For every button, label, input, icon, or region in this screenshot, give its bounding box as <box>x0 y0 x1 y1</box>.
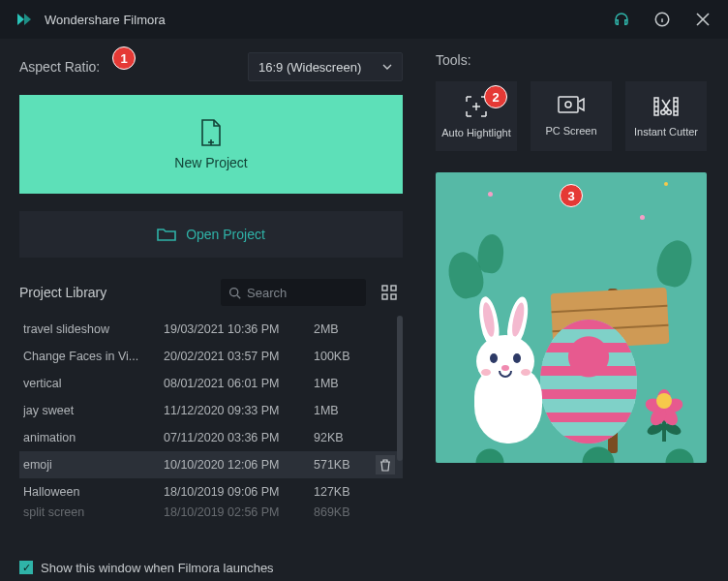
aspect-ratio-dropdown[interactable]: 16:9 (Widescreen) <box>248 52 403 81</box>
svg-line-8 <box>237 294 240 297</box>
scroll-thumb[interactable] <box>397 316 403 461</box>
folder-icon <box>157 227 176 242</box>
svg-rect-15 <box>559 97 578 112</box>
open-project-label: Open Project <box>186 227 265 242</box>
tool-label: Auto Hightlight <box>441 127 511 138</box>
support-icon[interactable] <box>610 8 633 31</box>
list-item[interactable]: vertical 08/01/2021 06:01 PM 1MB <box>19 370 403 397</box>
app-title: Wondershare Filmora <box>45 13 166 27</box>
app-logo-icon <box>14 9 35 30</box>
annotation-badge-2: 2 <box>484 85 507 108</box>
svg-line-28 <box>662 100 669 110</box>
tool-label: Instant Cutter <box>634 126 698 138</box>
new-project-button[interactable]: New Project <box>19 95 403 194</box>
annotation-badge-3: 3 <box>560 184 583 207</box>
svg-point-16 <box>565 102 571 107</box>
tool-instant-cutter[interactable]: Instant Cutter <box>625 81 707 151</box>
annotation-badge-1: 1 <box>112 46 136 70</box>
new-project-label: New Project <box>174 155 247 170</box>
show-on-launch-label: Show this window when Filmora launches <box>41 561 274 575</box>
close-icon[interactable] <box>691 8 714 31</box>
list-item[interactable]: jay sweet 11/12/2020 09:33 PM 1MB <box>19 397 403 424</box>
svg-point-26 <box>667 110 672 115</box>
grid-view-icon[interactable] <box>376 279 403 306</box>
instant-cutter-icon <box>653 95 679 118</box>
svg-rect-11 <box>382 294 387 299</box>
svg-point-25 <box>661 110 666 115</box>
tool-label: PC Screen <box>545 125 596 137</box>
open-project-button[interactable]: Open Project <box>19 211 403 258</box>
project-library-label: Project Library <box>19 285 106 300</box>
list-item[interactable]: emoji 10/10/2020 12:06 PM 571KB <box>19 451 403 478</box>
info-icon[interactable] <box>651 8 674 31</box>
svg-rect-12 <box>391 294 396 299</box>
scrollbar[interactable] <box>397 316 403 527</box>
tool-pc-screen[interactable]: PC Screen <box>531 81 612 151</box>
list-item[interactable]: animation 07/11/2020 03:36 PM 92KB <box>19 424 403 451</box>
show-on-launch-checkbox[interactable]: ✓ <box>19 561 33 574</box>
list-item[interactable]: Change Faces in Vi... 20/02/2021 03:57 P… <box>19 343 403 370</box>
aspect-ratio-value: 16:9 (Widescreen) <box>258 60 361 75</box>
titlebar: Wondershare Filmora <box>0 0 728 39</box>
svg-rect-9 <box>382 286 387 290</box>
svg-line-27 <box>663 100 670 110</box>
aspect-ratio-label: Aspect Ratio: <box>19 59 100 75</box>
new-project-icon <box>198 118 224 147</box>
preview-thumbnail: 3 <box>436 172 707 463</box>
project-list: travel slideshow 19/03/2021 10:36 PM 2MB… <box>19 316 403 527</box>
list-item[interactable]: Halloween 18/10/2019 09:06 PM 127KB <box>19 478 403 505</box>
trash-icon[interactable] <box>376 455 395 474</box>
search-icon <box>228 287 241 299</box>
footer: ✓ Show this window when Filmora launches <box>0 554 728 581</box>
svg-point-7 <box>230 288 238 295</box>
chevron-down-icon <box>382 64 392 70</box>
list-item[interactable]: split screen 18/10/2019 02:56 PM 869KB <box>19 505 403 519</box>
list-item[interactable]: travel slideshow 19/03/2021 10:36 PM 2MB <box>19 316 403 343</box>
pc-screen-icon <box>558 96 585 117</box>
search-placeholder: Search <box>247 286 287 300</box>
search-input[interactable]: Search <box>221 279 366 306</box>
svg-rect-10 <box>391 286 396 290</box>
tools-label: Tools: <box>436 52 707 68</box>
